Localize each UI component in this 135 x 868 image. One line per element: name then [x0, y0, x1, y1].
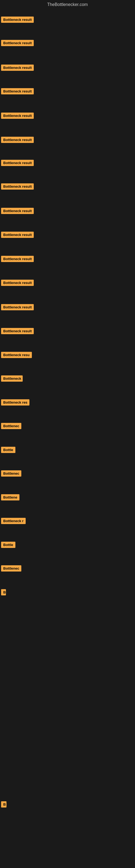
bottleneck-badge[interactable]: Bottleneck result	[1, 65, 34, 71]
bottleneck-badge[interactable]: Bottleneck result	[1, 256, 34, 262]
bottleneck-badge[interactable]: Bottlenec	[1, 423, 21, 429]
bottleneck-item: Bottleneck result	[1, 159, 34, 168]
bottleneck-item: Bottleneck resu	[1, 351, 32, 360]
bottleneck-badge[interactable]: Bottleneck result	[1, 40, 34, 46]
bottleneck-badge[interactable]: Bottleneck result	[1, 183, 34, 190]
bottleneck-badge[interactable]: Bottlenec	[1, 470, 21, 476]
bottleneck-badge[interactable]: Bottleneck r	[1, 518, 26, 524]
bottleneck-badge[interactable]: Bottleneck result	[1, 88, 34, 94]
bottleneck-item: Bottle	[1, 446, 15, 455]
bottleneck-badge[interactable]: B	[1, 589, 6, 595]
site-title: TheBottlenecker.com	[0, 0, 135, 10]
bottleneck-item: Bottlene	[1, 493, 19, 503]
bottleneck-badge[interactable]: Bottleneck result	[1, 280, 34, 286]
bottleneck-item: Bottleneck result	[1, 39, 34, 48]
bottleneck-badge[interactable]: Bottleneck result	[1, 113, 34, 119]
bottleneck-badge[interactable]: Bottleneck result	[1, 160, 34, 166]
bottleneck-item: Bottleneck result	[1, 112, 34, 121]
bottleneck-item: Bottleneck result	[1, 327, 34, 336]
site-header: TheBottlenecker.com	[0, 0, 135, 10]
bottleneck-badge[interactable]: Bottleneck result	[1, 328, 34, 334]
bottleneck-badge[interactable]: Bottleneck res	[1, 399, 30, 405]
bottleneck-item: Bottleneck res	[1, 398, 30, 408]
bottleneck-item: Bottleneck result	[1, 16, 34, 25]
bottleneck-badge[interactable]: Bottleneck result	[1, 17, 34, 23]
bottleneck-item: Bottleneck result	[1, 279, 34, 288]
bottleneck-badge[interactable]: Bottleneck result	[1, 208, 34, 214]
bottleneck-badge[interactable]: Bottleneck result	[1, 304, 34, 310]
bottleneck-item: B	[1, 588, 6, 597]
bottleneck-item: Bottleneck result	[1, 230, 34, 240]
bottleneck-badge[interactable]: Bottleneck resu	[1, 352, 32, 358]
bottleneck-item: Bottle	[1, 540, 15, 550]
bottleneck-item: Bottleneck result	[1, 207, 34, 216]
bottleneck-item: Bottleneck result	[1, 303, 34, 312]
bottleneck-badge[interactable]: Bottle	[1, 447, 15, 453]
bottleneck-item: Bottleneck r	[1, 517, 26, 526]
bottleneck-item: Bottleneck result	[1, 87, 34, 97]
bottleneck-badge[interactable]: Bottleneck result	[1, 137, 34, 143]
bottleneck-item: Bottlenec	[1, 469, 21, 479]
bottleneck-item: Bottlenec	[1, 564, 21, 574]
bottleneck-badge[interactable]: Bottlenec	[1, 565, 21, 571]
bottleneck-item: Bottleneck result	[1, 135, 34, 145]
bottleneck-item: Bottleneck result	[1, 255, 34, 264]
bottleneck-badge[interactable]: Bottleneck	[1, 375, 23, 382]
bottleneck-item: Bottleneck result	[1, 182, 34, 192]
bottleneck-badge[interactable]: Bottle	[1, 542, 15, 548]
bottleneck-item: Bottleneck	[1, 374, 23, 384]
bottleneck-item: B	[1, 800, 6, 810]
bottleneck-item: Bottleneck result	[1, 63, 34, 73]
bottleneck-badge[interactable]: B	[1, 801, 6, 807]
bottleneck-badge[interactable]: Bottleneck result	[1, 231, 34, 238]
bottleneck-item: Bottlenec	[1, 422, 21, 431]
bottleneck-badge[interactable]: Bottlene	[1, 494, 19, 500]
